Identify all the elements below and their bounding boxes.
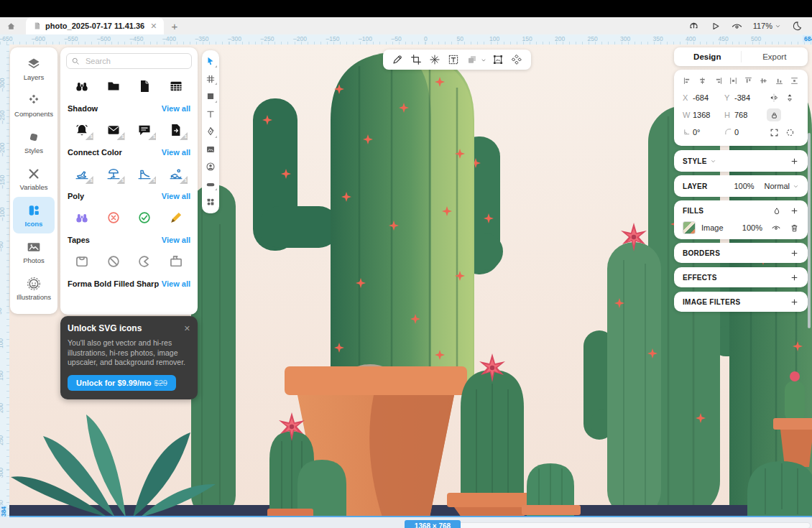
library-icon-folder[interactable] xyxy=(98,75,129,97)
tool-select[interactable] xyxy=(202,52,219,70)
library-icon-slash[interactable] xyxy=(98,251,129,272)
align-left-icon[interactable] xyxy=(683,76,692,85)
layer-opacity[interactable]: 100% xyxy=(734,182,754,190)
tool-button[interactable] xyxy=(202,176,219,194)
library-icon-swim[interactable]: $ xyxy=(160,163,192,185)
w-value[interactable]: 1368 xyxy=(693,111,724,119)
tab-close-icon[interactable]: ✕ xyxy=(149,22,158,31)
fill-row[interactable]: Image 100% xyxy=(683,221,799,234)
library-icon-grid[interactable] xyxy=(160,75,192,97)
zoom-control[interactable]: 117% xyxy=(753,22,781,30)
chevron-down-icon[interactable] xyxy=(481,53,486,66)
view-all-link[interactable]: View all xyxy=(162,192,190,200)
align-middle-v-icon[interactable] xyxy=(759,76,768,85)
sidebar-item-layers[interactable]: Layers xyxy=(13,50,55,87)
tool-icons8[interactable] xyxy=(202,193,219,211)
smooth-corners-icon[interactable] xyxy=(782,128,798,137)
library-icon-chat[interactable]: $ xyxy=(129,119,161,141)
expand-corners-icon[interactable] xyxy=(766,128,782,137)
add-fill-button[interactable] xyxy=(790,206,799,216)
document-tab[interactable]: photo_2025-07-17 11.41.36 ✕ xyxy=(26,17,164,34)
visibility-eye-icon[interactable] xyxy=(771,223,781,233)
action-upscale[interactable] xyxy=(489,51,507,68)
library-icon-pac[interactable] xyxy=(129,251,161,272)
library-icon-binoculars[interactable] xyxy=(66,207,98,228)
unlock-button[interactable]: Unlock for $9.99/mo$29 xyxy=(68,375,176,391)
close-icon[interactable]: ✕ xyxy=(184,324,190,333)
action-arrange[interactable] xyxy=(463,51,481,68)
chevron-down-icon[interactable] xyxy=(710,158,716,165)
action-crop[interactable] xyxy=(407,51,425,68)
view-all-link[interactable]: View all xyxy=(162,236,190,244)
sidebar-item-styles[interactable]: Styles xyxy=(13,124,55,160)
library-icon-file[interactable] xyxy=(129,75,161,97)
library-icon-pencil[interactable] xyxy=(160,207,192,228)
tab-design[interactable]: Design xyxy=(674,47,741,66)
tab-export[interactable]: Export xyxy=(742,47,808,66)
library-icon-mail[interactable]: $ xyxy=(98,119,129,141)
chevron-down-icon[interactable] xyxy=(793,183,799,190)
h-value[interactable]: 768 xyxy=(734,111,766,119)
library-icon-plane[interactable]: $ xyxy=(66,163,98,185)
vertical-scrollbar[interactable] xyxy=(808,133,811,328)
sidebar-item-illustrations[interactable]: Illustrations xyxy=(13,270,55,307)
add-border-button[interactable] xyxy=(790,249,799,258)
action-text-recognition[interactable] xyxy=(445,51,462,68)
sidebar-item-photos[interactable]: Photos xyxy=(13,233,55,270)
library-icon-binoculars[interactable] xyxy=(66,75,98,97)
library-icon-bell[interactable]: $ xyxy=(66,119,98,141)
new-tab-button[interactable]: + xyxy=(171,20,177,32)
share-icon[interactable] xyxy=(688,20,700,32)
tool-frame[interactable] xyxy=(202,70,219,88)
play-icon[interactable] xyxy=(710,21,721,32)
align-top-icon[interactable] xyxy=(744,76,753,85)
align-bottom-icon[interactable] xyxy=(775,76,784,85)
tool-shape[interactable] xyxy=(202,88,219,106)
lock-aspect-icon[interactable] xyxy=(767,108,781,121)
tool-text[interactable] xyxy=(202,106,219,124)
home-button[interactable] xyxy=(0,17,22,34)
y-value[interactable]: -384 xyxy=(734,93,766,102)
tool-pen[interactable] xyxy=(202,123,219,141)
library-icon-parasol[interactable]: $ xyxy=(98,163,129,185)
trash-icon[interactable] xyxy=(790,223,799,233)
action-vectorize[interactable] xyxy=(508,51,525,68)
view-all-link[interactable]: View all xyxy=(162,148,190,157)
view-all-link[interactable]: View all xyxy=(162,104,190,113)
fill-thumbnail[interactable] xyxy=(683,221,696,234)
theme-moon-icon[interactable] xyxy=(791,21,802,32)
library-icon-circlex[interactable] xyxy=(98,207,129,228)
fill-opacity[interactable]: 100% xyxy=(742,223,762,232)
sidebar-item-variables[interactable]: Variables xyxy=(13,160,55,197)
blend-mode[interactable]: Normal xyxy=(765,182,790,190)
library-icon-circlecheck[interactable] xyxy=(129,207,161,228)
align-right-icon[interactable] xyxy=(714,76,723,85)
action-edit[interactable] xyxy=(389,51,406,68)
library-icon-slide[interactable]: $ xyxy=(129,163,161,185)
flip-vertical-icon[interactable] xyxy=(782,93,798,103)
library-icon-tape[interactable] xyxy=(66,251,98,272)
library-icon-flagbox[interactable] xyxy=(160,251,192,272)
tool-image[interactable] xyxy=(202,141,219,159)
flip-horizontal-icon[interactable] xyxy=(766,93,782,103)
add-style-button[interactable] xyxy=(790,157,799,166)
search-input[interactable] xyxy=(84,56,187,66)
radius-value[interactable]: 0 xyxy=(734,128,766,136)
sidebar-item-components[interactable]: Components xyxy=(13,87,55,124)
color-drop-icon[interactable] xyxy=(772,207,781,216)
sidebar-item-icons[interactable]: Icons xyxy=(13,197,55,233)
x-value[interactable]: -684 xyxy=(693,93,724,102)
search-box[interactable] xyxy=(66,53,192,69)
view-all-link[interactable]: View all xyxy=(162,279,190,288)
action-enhance[interactable] xyxy=(426,51,443,68)
horizontal-scrollbar[interactable] xyxy=(456,522,811,528)
distribute-v-icon[interactable] xyxy=(790,76,799,85)
add-image-filter-button[interactable] xyxy=(790,297,799,307)
align-center-h-icon[interactable] xyxy=(698,76,707,85)
distribute-h-icon[interactable] xyxy=(729,76,738,85)
add-effect-button[interactable] xyxy=(790,273,799,282)
tool-avatar[interactable] xyxy=(202,158,219,176)
preview-eye-icon[interactable] xyxy=(731,20,743,32)
rotation-value[interactable]: 0° xyxy=(693,128,724,136)
library-icon-docarrow[interactable]: $ xyxy=(160,119,192,141)
